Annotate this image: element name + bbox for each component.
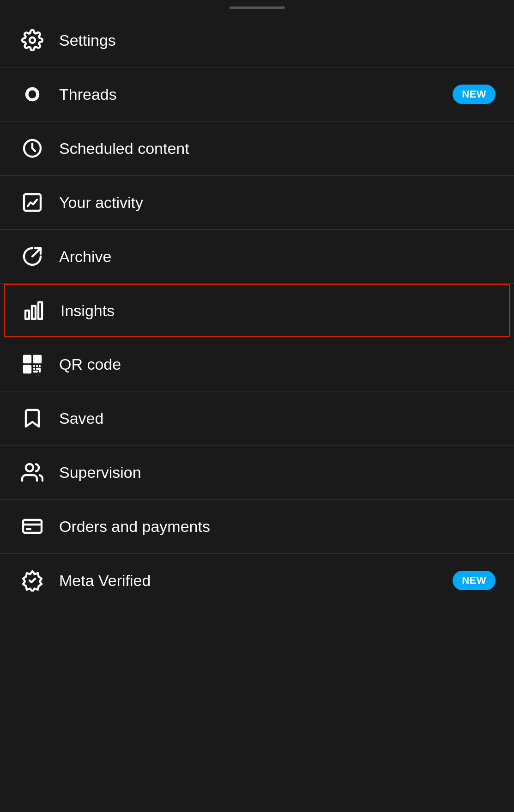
menu-item-archive[interactable]: Archive <box>0 230 514 284</box>
threads-label: Threads <box>59 85 453 104</box>
menu-item-your-activity[interactable]: Your activity <box>0 176 514 230</box>
activity-icon <box>18 189 46 216</box>
svg-rect-8 <box>26 358 29 360</box>
scheduled-content-label: Scheduled content <box>59 140 496 158</box>
threads-badge: NEW <box>453 85 496 104</box>
meta-verified-badge: NEW <box>453 571 496 590</box>
meta-verified-label: Meta Verified <box>59 572 453 590</box>
archive-icon <box>18 243 46 270</box>
drag-handle[interactable] <box>230 6 285 9</box>
menu-item-orders-payments[interactable]: Orders and payments <box>0 500 514 554</box>
saved-label: Saved <box>59 409 496 427</box>
svg-rect-12 <box>26 368 29 371</box>
svg-rect-10 <box>36 358 39 360</box>
verified-icon <box>18 567 46 594</box>
clock-icon <box>18 134 46 162</box>
threads-icon <box>18 80 46 108</box>
svg-rect-4 <box>25 311 29 319</box>
gear-icon <box>18 26 46 54</box>
svg-rect-21 <box>23 520 42 533</box>
archive-label: Archive <box>59 248 496 266</box>
svg-rect-5 <box>32 306 36 319</box>
settings-label: Settings <box>59 31 496 49</box>
menu-item-qr-code[interactable]: QR code <box>0 337 514 391</box>
menu-item-threads[interactable]: Threads NEW <box>0 67 514 122</box>
menu-item-scheduled-content[interactable]: Scheduled content <box>0 122 514 176</box>
menu-item-insights[interactable]: Insights <box>4 284 510 337</box>
menu-item-settings[interactable]: Settings <box>0 13 514 67</box>
svg-point-20 <box>26 464 33 471</box>
supervision-label: Supervision <box>59 464 496 482</box>
drag-handle-container <box>0 0 514 13</box>
menu-item-supervision[interactable]: Supervision <box>0 446 514 500</box>
svg-point-0 <box>30 37 35 43</box>
your-activity-label: Your activity <box>59 194 496 212</box>
insights-label: Insights <box>60 302 494 320</box>
menu-item-saved[interactable]: Saved <box>0 391 514 446</box>
qr-code-label: QR code <box>59 355 496 373</box>
orders-payments-label: Orders and payments <box>59 518 496 536</box>
qr-icon <box>18 350 46 378</box>
card-icon <box>18 513 46 540</box>
insights-icon <box>20 297 48 324</box>
bookmark-icon <box>18 404 46 432</box>
svg-rect-3 <box>24 194 41 211</box>
supervision-icon <box>18 458 46 486</box>
svg-rect-6 <box>38 302 42 319</box>
menu-list: Settings Threads NEW Scheduled content <box>0 13 514 607</box>
menu-item-meta-verified[interactable]: Meta Verified NEW <box>0 554 514 607</box>
